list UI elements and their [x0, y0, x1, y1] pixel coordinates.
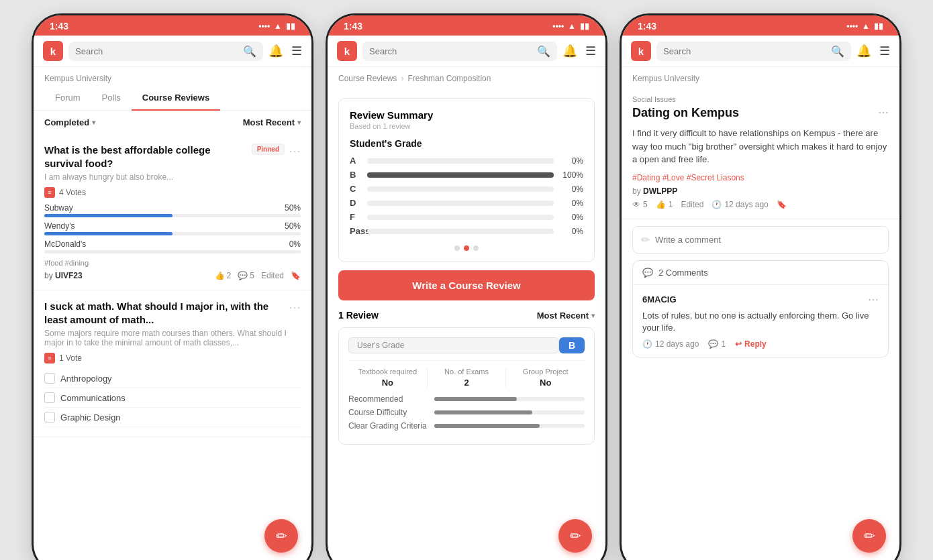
phone-1: 1:43 •••• ▲ ▮▮ k 🔍 🔔 ☰ Kempus University… — [32, 13, 313, 560]
rating-bar-fill-difficulty — [434, 410, 532, 414]
edit-icon-comment: ✏ — [641, 233, 650, 246]
card-header-2: I suck at math. What should I major in, … — [44, 300, 301, 326]
comment-input[interactable] — [655, 235, 880, 245]
likes-stat-1: 👍 2 — [215, 271, 232, 280]
menu-icon-3[interactable]: ☰ — [879, 44, 890, 58]
search-icon-3: 🔍 — [831, 45, 844, 58]
signal-icon-2: •••• — [552, 21, 564, 31]
grade-letter-pass: Pass — [350, 226, 362, 236]
search-input-1[interactable] — [75, 46, 239, 56]
comment-item-1: 6MACIG ⋯ Lots of rules, but no one is ac… — [633, 285, 888, 357]
dot-2[interactable] — [464, 245, 469, 251]
fab-2[interactable]: ✏ — [558, 519, 592, 553]
time-ago-stat: 🕐 12 days ago — [711, 200, 768, 209]
search-input-2[interactable] — [369, 46, 533, 56]
poll-option-wendys: Wendy's 50% — [44, 221, 301, 235]
signal-icon: •••• — [258, 21, 270, 31]
comments-header: 💬 2 Comments — [633, 261, 888, 285]
fab-1[interactable]: ✏ — [264, 519, 298, 553]
search-bar-2[interactable]: 🔍 — [362, 42, 557, 61]
textbook-val: No — [351, 378, 424, 388]
checkbox-label-graphic-design: Graphic Design — [60, 412, 121, 423]
post-author: by DWLPPP — [632, 186, 889, 196]
grade-bar-bg-C — [367, 186, 554, 192]
card-header-1: What is the best affordable college surv… — [44, 144, 301, 170]
wifi-icon-2: ▲ — [568, 21, 576, 31]
card-title-2: I suck at math. What should I major in, … — [44, 300, 285, 326]
reply-button-1[interactable]: ↩ Reply — [735, 339, 767, 349]
filter-completed[interactable]: Completed ▾ — [44, 117, 95, 127]
filter-row-1: Completed ▾ Most Recent ▾ — [34, 111, 311, 134]
nav-icons-3: 🔔 ☰ — [856, 44, 890, 58]
bookmark-icon-3[interactable]: 🔖 — [777, 200, 787, 209]
rating-bar-fill-grading — [434, 424, 540, 428]
status-bar-1: 1:43 •••• ▲ ▮▮ — [34, 15, 311, 36]
checkbox-graphic-design: Graphic Design — [44, 408, 301, 427]
breadcrumb-course-reviews[interactable]: Course Reviews — [338, 74, 397, 83]
checkbox-anthropology: Anthropology — [44, 369, 301, 388]
edited-badge-1: Edited — [261, 271, 284, 280]
tab-forum[interactable]: Forum — [44, 86, 91, 111]
logo-2[interactable]: k — [337, 41, 357, 61]
comment-time-1: 🕐 12 days ago — [642, 339, 699, 349]
checkbox-box-communications[interactable] — [44, 392, 55, 403]
menu-icon-2[interactable]: ☰ — [585, 44, 596, 58]
more-icon-1[interactable]: ⋯ — [289, 144, 301, 158]
card-desc-2: Some majors require more math courses th… — [44, 329, 301, 347]
search-bar-3[interactable]: 🔍 — [656, 42, 851, 61]
checkbox-box-anthropology[interactable] — [44, 373, 55, 384]
comments-section: 💬 2 Comments 6MACIG ⋯ Lots of rules, but… — [632, 260, 889, 357]
poll-bar-fill-wendys — [44, 232, 173, 235]
grade-pct-C: 0% — [559, 184, 583, 194]
battery-icon-2: ▮▮ — [580, 21, 589, 31]
bookmark-icon-1[interactable]: 🔖 — [291, 271, 301, 280]
card-author-1: by UIVF23 — [44, 271, 83, 280]
review-summary-card: Review Summary Based on 1 review Student… — [338, 98, 595, 262]
grade-row-A: A 0% — [350, 156, 583, 166]
breadcrumb-course-name: Freshman Composition — [407, 74, 491, 83]
nav-icons-2: 🔔 ☰ — [562, 44, 596, 58]
filter-recent[interactable]: Most Recent ▾ — [243, 117, 301, 127]
search-input-3[interactable] — [663, 46, 827, 56]
card-stats-1: 👍 2 💬 5 Edited 🔖 — [215, 271, 301, 280]
bell-icon-1[interactable]: 🔔 — [268, 44, 283, 58]
group-col: Group Project No — [506, 368, 585, 388]
tab-polls[interactable]: Polls — [91, 86, 132, 111]
write-review-button[interactable]: Write a Course Review — [338, 270, 595, 300]
grade-pct-pass: 0% — [559, 227, 583, 236]
card-footer-1: by UIVF23 👍 2 💬 5 Edited 🔖 — [44, 271, 301, 280]
grade-bar-bg-D — [367, 201, 554, 206]
comment-input-row[interactable]: ✏ — [632, 226, 889, 254]
post-body: I find it very difficult to have relatio… — [632, 127, 889, 166]
bell-icon-3[interactable]: 🔔 — [856, 44, 871, 58]
search-bar-1[interactable]: 🔍 — [68, 42, 263, 61]
dot-1[interactable] — [454, 245, 460, 251]
checkbox-box-graphic-design[interactable] — [44, 412, 55, 423]
review-summary-title: Review Summary — [350, 109, 583, 121]
logo-1[interactable]: k — [43, 41, 63, 61]
status-bar-2: 1:43 •••• ▲ ▮▮ — [328, 15, 605, 36]
tab-course-reviews[interactable]: Course Reviews — [132, 86, 220, 111]
logo-3[interactable]: k — [631, 41, 651, 61]
poll-card-2: I suck at math. What should I major in, … — [34, 290, 311, 437]
post-more-icon[interactable]: ⋯ — [878, 106, 889, 119]
menu-icon-1[interactable]: ☰ — [291, 44, 302, 58]
review-filter[interactable]: Most Recent ▾ — [537, 311, 595, 321]
grade-badge: B — [559, 337, 585, 353]
comment-more-icon-1[interactable]: ⋯ — [868, 293, 879, 306]
fab-3[interactable]: ✏ — [852, 519, 886, 553]
rating-label-difficulty: Course Difficulty — [348, 408, 429, 417]
rating-row-difficulty: Course Difficulty — [348, 408, 585, 417]
nav-bar-2: k 🔍 🔔 ☰ — [328, 36, 605, 67]
bell-icon-2[interactable]: 🔔 — [562, 44, 577, 58]
rating-row-grading: Clear Grading Criteria — [348, 421, 585, 431]
battery-icon: ▮▮ — [286, 21, 295, 31]
dot-indicators — [350, 245, 583, 251]
dot-3[interactable] — [473, 245, 479, 251]
review-filter-chevron: ▾ — [591, 312, 595, 319]
reviews-header: 1 Review Most Recent ▾ — [328, 310, 605, 327]
more-icon-2[interactable]: ⋯ — [289, 300, 301, 315]
battery-icon-3: ▮▮ — [874, 21, 883, 31]
poll-bar-bg-wendys — [44, 232, 301, 235]
poll-pct-subway: 50% — [285, 203, 301, 213]
